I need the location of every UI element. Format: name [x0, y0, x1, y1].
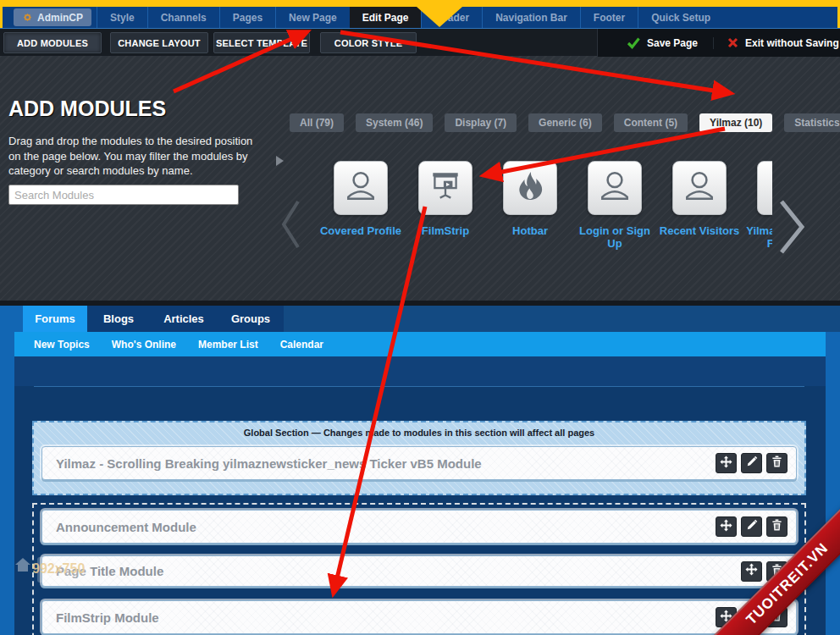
delete-module-button[interactable]: [766, 516, 788, 537]
preview-content-area: Global Section — Changes made to modules…: [0, 356, 840, 635]
category-all[interactable]: All (79): [290, 113, 344, 132]
edit-module-button[interactable]: [741, 516, 762, 537]
add-modules-button[interactable]: ADD MODULES: [3, 32, 102, 53]
content-top-band: [14, 356, 826, 386]
select-template-button[interactable]: SELECT TEMPLATE: [213, 32, 310, 53]
global-section-dropzone[interactable]: Global Section — Changes made to modules…: [32, 421, 806, 495]
gear-icon: [22, 12, 33, 23]
color-style-button[interactable]: COLOR STYLE: [320, 32, 417, 53]
change-layout-button[interactable]: CHANGE LAYOUT: [110, 32, 208, 53]
highlight-frame-top: [0, 0, 840, 7]
move-icon: [745, 563, 758, 579]
check-icon: [627, 37, 640, 49]
nav-tab-pages[interactable]: Pages: [219, 7, 275, 28]
page-section-dropzone[interactable]: Announcement Module Page Title Module Fi…: [32, 503, 806, 635]
tab-groups[interactable]: Groups: [218, 306, 284, 332]
projector-icon: [428, 168, 463, 207]
delete-module-button[interactable]: [766, 453, 788, 473]
category-statistics[interactable]: Statistics (: [784, 113, 840, 132]
move-icon: [720, 456, 732, 472]
panel-description: Drag and drop the modules to the desired…: [8, 134, 256, 179]
category-generic[interactable]: Generic (6): [528, 113, 602, 132]
save-page-label: Save Page: [647, 37, 698, 49]
content-left-edge: [0, 356, 14, 635]
category-display[interactable]: Display (7): [445, 113, 517, 132]
screen-icon: [766, 168, 772, 207]
tab-blogs[interactable]: Blogs: [87, 306, 150, 332]
module-card-label: Login or Sign Up: [572, 225, 657, 251]
module-card-label: Covered Profile: [318, 225, 403, 238]
highlight-frame-left: [0, 7, 3, 28]
carousel-next-button[interactable]: [776, 196, 808, 261]
module-card-login-signup[interactable]: Login or Sign Up: [572, 161, 657, 288]
module-bar-filmstrip[interactable]: FilmStrip Module: [41, 600, 797, 634]
module-title: Announcement Module: [56, 520, 716, 534]
preview-subnav-bar: New Topics Who's Online Member List Cale…: [0, 332, 840, 356]
x-icon: [727, 37, 738, 48]
tab-articles[interactable]: Articles: [150, 306, 218, 332]
move-module-button[interactable]: [716, 516, 737, 537]
module-card-covered-profile[interactable]: Covered Profile: [318, 161, 403, 288]
add-modules-panel: ADD MODULES Drag and drop the modules to…: [0, 56, 840, 301]
editor-toolbar: ADD MODULES CHANGE LAYOUT SELECT TEMPLAT…: [0, 28, 840, 56]
admincp-button[interactable]: AdminCP: [14, 8, 91, 26]
global-section-label: Global Section — Changes made to modules…: [34, 428, 804, 438]
module-bar-page-title[interactable]: Page Title Module: [41, 555, 797, 587]
module-card-label: FilmStrip: [403, 225, 488, 238]
move-icon: [720, 519, 732, 535]
module-title: FilmStrip Module: [56, 610, 716, 625]
nav-tab-channels[interactable]: Channels: [147, 7, 219, 28]
person-icon: [682, 168, 717, 207]
panel-title: ADD MODULES: [8, 97, 166, 121]
module-card-hotbar[interactable]: Hotbar: [488, 161, 572, 288]
module-card-label: Yilmaz Tabbed Forum: [742, 225, 772, 251]
subnav-member-list[interactable]: Member List: [198, 339, 258, 351]
search-modules-input[interactable]: [8, 185, 239, 205]
exit-without-saving-button[interactable]: Exit without Saving: [713, 37, 840, 49]
move-module-button[interactable]: [741, 561, 762, 582]
page-editor-window: AdminCP Style Channels Pages New Page Ed…: [0, 0, 840, 635]
person-icon: [597, 168, 633, 207]
subnav-new-topics[interactable]: New Topics: [34, 339, 90, 351]
category-system[interactable]: System (46): [356, 113, 433, 132]
content-right-edge: [826, 356, 840, 635]
nav-tab-navigation-bar[interactable]: Navigation Bar: [482, 7, 580, 28]
nav-tab-new-page[interactable]: New Page: [275, 7, 350, 28]
subnav-whos-online[interactable]: Who's Online: [112, 339, 176, 351]
content-divider-line: [34, 386, 804, 387]
tab-forums[interactable]: Forums: [23, 306, 87, 332]
trash-icon: [771, 456, 782, 471]
subnav-calendar[interactable]: Calendar: [280, 339, 323, 351]
nav-tab-edit-page[interactable]: Edit Page: [350, 7, 422, 28]
pencil-icon: [746, 456, 758, 471]
move-module-button[interactable]: [716, 453, 737, 473]
trash-icon: [771, 519, 782, 534]
highlight-down-arrow: [417, 7, 462, 27]
category-content[interactable]: Content (5): [614, 113, 688, 132]
module-card-label: Recent Visitors: [657, 225, 742, 238]
size-badge-text: 840x635: [32, 561, 85, 577]
edit-module-button[interactable]: [741, 453, 762, 473]
exit-label: Exit without Saving: [745, 37, 839, 49]
module-bar-yilmaz-ticker[interactable]: Yilmaz - Scrolling Breaking yilmaznewsti…: [41, 446, 797, 480]
module-card-recent-visitors[interactable]: Recent Visitors: [657, 161, 742, 288]
module-title: Page Title Module: [56, 564, 741, 578]
carousel-mini-play-icon: [276, 156, 284, 166]
pencil-icon: [746, 519, 758, 534]
flame-icon: [513, 169, 547, 207]
home-icon: [14, 555, 32, 577]
viewport-size-badge: 840x635: [14, 555, 32, 577]
category-filter-row: All (79) System (46) Display (7) Generic…: [290, 113, 840, 132]
module-card-label: Hotbar: [488, 225, 572, 238]
nav-tab-quick-setup[interactable]: Quick Setup: [638, 7, 723, 28]
preview-left-margin: [0, 306, 23, 332]
category-yilmaz[interactable]: Yilmaz (10): [699, 113, 772, 132]
module-card-filmstrip[interactable]: FilmStrip: [403, 161, 488, 288]
preview-tab-bar: Forums Blogs Articles Groups: [0, 306, 840, 332]
admincp-label: AdminCP: [37, 12, 83, 24]
module-bar-announcement[interactable]: Announcement Module: [41, 510, 797, 544]
nav-tab-style[interactable]: Style: [97, 7, 147, 28]
save-page-button[interactable]: Save Page: [598, 37, 713, 49]
nav-tab-footer[interactable]: Footer: [580, 7, 638, 28]
module-card-yilmaz-tabbed-forum[interactable]: Yilmaz Tabbed Forum: [742, 161, 772, 288]
